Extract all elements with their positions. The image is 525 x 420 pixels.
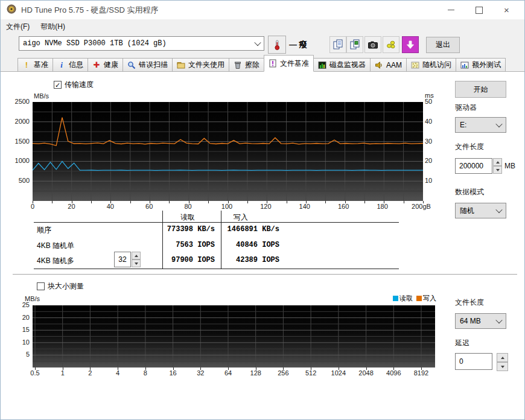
checkbox-label: 传输速度	[65, 80, 94, 90]
exit-button[interactable]: 退出	[426, 37, 460, 53]
drive-label: 驱动器	[455, 103, 477, 113]
save-results-button[interactable]	[383, 36, 399, 53]
triangle-down-icon	[135, 262, 138, 265]
spin-up-button[interactable]	[493, 158, 502, 166]
chart2-tick-mark	[118, 368, 118, 370]
chart1-tick-mark	[287, 201, 287, 203]
chart1-x-tick-label: 20	[54, 203, 88, 211]
chart1-tick-mark	[345, 201, 346, 203]
chart2-x-tick-label: 2	[75, 369, 104, 377]
row-sequential-label: 顺序	[37, 225, 51, 235]
data-mode-value: 随机	[460, 206, 474, 216]
tab-folder-usage[interactable]: 文件夹使用	[172, 58, 229, 71]
menu-file[interactable]: 文件(F)	[1, 19, 35, 34]
table-divider	[162, 211, 163, 269]
maximize-button[interactable]	[465, 1, 492, 19]
close-button[interactable]: ×	[493, 1, 520, 19]
copy-image-button[interactable]	[346, 36, 363, 53]
tab-random-access[interactable]: 随机访问	[406, 58, 456, 71]
chart2-x-tick-label: 256	[269, 369, 298, 377]
temperature-button[interactable]	[268, 36, 286, 54]
chart1-tick-mark	[364, 201, 365, 203]
delay-input[interactable]: 0	[455, 353, 492, 370]
block-size-checkbox[interactable]: 块大小测量	[37, 281, 84, 291]
legend-label: 写入	[423, 294, 436, 303]
maximize-icon	[476, 7, 483, 14]
table-header-write: 写入	[217, 212, 265, 223]
random-dots-icon	[411, 61, 419, 69]
file-length-input[interactable]: 200000	[455, 158, 492, 174]
data-mode-label: 数据模式	[455, 187, 484, 197]
chevron-down-icon	[495, 206, 502, 213]
triangle-down-icon	[496, 169, 500, 171]
legend-item: 读取	[393, 294, 413, 303]
tab-benchmark[interactable]: !基准	[18, 58, 53, 71]
legend-swatch	[416, 296, 422, 301]
chart2-tick-mark	[339, 368, 339, 370]
chart1-tick-mark	[423, 201, 424, 203]
chart1-x-tick-label: 120	[249, 203, 282, 211]
tab-erase[interactable]: 擦除	[229, 58, 264, 71]
file-benchmark-icon	[269, 59, 277, 68]
arrow-down-icon	[405, 39, 416, 50]
chart2-x-tick-label: 32	[186, 369, 215, 377]
chart1-tick-mark	[267, 201, 267, 203]
minimize-button[interactable]	[438, 1, 465, 19]
chart1-x-tick-label: 100	[210, 203, 244, 211]
section-separator	[13, 274, 517, 275]
download-button[interactable]	[402, 36, 419, 53]
data-mode-dropdown[interactable]: 随机	[455, 203, 506, 218]
drive-dropdown[interactable]: E:	[455, 117, 506, 133]
legend-item: 写入	[416, 294, 436, 303]
tab-extra-tests[interactable]: 额外测试	[456, 58, 506, 71]
screenshot-button[interactable]	[364, 36, 381, 53]
file-length-spinner[interactable]	[493, 158, 502, 174]
start-button[interactable]: 开始	[455, 81, 506, 98]
tab-error-scan[interactable]: 错误扫描	[122, 58, 173, 71]
app-window: HD Tune Pro 5.75 - 硬盘/SSD 实用程序 × 文件(F) 帮…	[0, 0, 525, 420]
drive-select-combobox[interactable]: aigo NVMe SSD P3000 1TB (1024 gB)	[19, 36, 264, 51]
copy-text-button[interactable]	[329, 36, 346, 53]
mini-chart-icon	[460, 61, 469, 69]
chart2-tick-mark	[63, 368, 63, 370]
copy-text-icon	[332, 39, 343, 50]
bar-chart-icon	[318, 61, 326, 69]
delay-down-button[interactable]	[497, 362, 508, 371]
spin-down-button[interactable]	[493, 166, 502, 174]
transfer-speed-chart	[33, 102, 423, 201]
spin-down-button[interactable]	[132, 259, 141, 267]
transfer-speed-checkbox[interactable]: ✓ 传输速度	[54, 80, 94, 90]
checkbox-box	[37, 282, 45, 290]
chart1-tick-mark	[130, 201, 131, 203]
tab-disk-monitor[interactable]: 磁盘监视器	[313, 58, 371, 71]
chart1-tick-mark	[306, 201, 307, 203]
chart1-x-tick-label: 0	[16, 203, 49, 211]
triangle-up-icon	[135, 255, 138, 257]
block-file-length-label: 文件长度	[455, 298, 484, 308]
chart1-x-tick-label: 200gB	[404, 203, 438, 211]
delay-label: 延迟	[455, 338, 469, 348]
chart2-x-tick-label: 2048	[352, 369, 381, 377]
chart1-tick-mark	[150, 201, 150, 203]
block-file-length-dropdown[interactable]: 64 MB	[455, 313, 506, 329]
chart2-x-tick-label: 128	[241, 369, 270, 377]
tab-strip: !基准 i信息 ✚健康 错误扫描 文件夹使用 擦除 文件基准 磁盘监视器 AAM…	[1, 56, 524, 72]
chart1-tick-mark	[228, 201, 229, 203]
chart2-tick-mark	[35, 368, 36, 370]
spin-up-button[interactable]	[132, 252, 141, 259]
title-bar: HD Tune Pro 5.75 - 硬盘/SSD 实用程序 ×	[1, 1, 524, 19]
chart1-x-tick-label: 40	[94, 203, 127, 211]
tab-aam[interactable]: AAM	[370, 58, 407, 71]
tab-info[interactable]: i信息	[52, 58, 88, 71]
delay-up-button[interactable]	[497, 353, 508, 362]
triangle-down-icon	[501, 366, 504, 368]
queue-depth-spinner[interactable]: 32	[114, 252, 141, 267]
thermometer-icon	[272, 39, 282, 50]
tab-file-benchmark[interactable]: 文件基准	[264, 55, 314, 72]
menu-help[interactable]: 帮助(H)	[35, 19, 71, 34]
tab-health[interactable]: ✚健康	[88, 58, 123, 71]
camera-icon	[368, 39, 378, 50]
file-length-label: 文件长度	[455, 142, 484, 152]
chart1-tick-mark	[169, 201, 170, 203]
chart1-x-tick-label: 80	[171, 203, 205, 211]
